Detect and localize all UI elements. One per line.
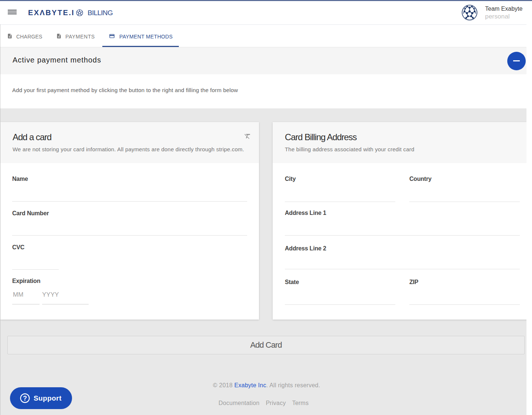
svg-text:?: ? [23,395,27,402]
